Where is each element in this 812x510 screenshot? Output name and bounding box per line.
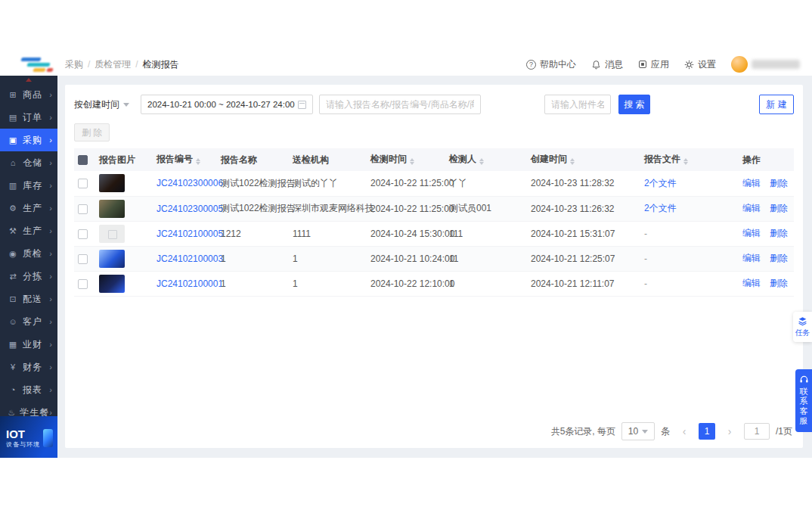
goods-icon: ⊞ [7,90,19,100]
production-icon: ⚙ [7,204,19,213]
test-time-cell: 2024-10-22 11:25:00 [367,171,445,196]
time-type-select[interactable]: 按创建时间 [74,98,141,111]
sidebar-item-goods[interactable]: ⊞ 商品 [0,83,57,106]
customer-service-label: 联系客服 [799,387,808,426]
page-size-select[interactable]: 10 [621,422,655,440]
report-name-cell: 测试1022检测报告 [217,196,289,221]
sidebar-item-production-2[interactable]: ⚒ 生产 [0,219,57,242]
col-tester: 检测人 [445,148,527,171]
edit-link[interactable]: 编辑 [742,203,761,213]
sidebar-item-qc[interactable]: ◉ 质检 [0,242,57,265]
report-name-cell: 1 [217,271,289,296]
sidebar-item-customers[interactable]: ☺ 客户 [0,310,57,333]
avatar [731,56,748,73]
keyword-input[interactable] [319,95,481,114]
row-checkbox[interactable] [78,229,88,239]
breadcrumb-qc-management[interactable]: 质检管理 [95,58,142,71]
breadcrumb-purchase[interactable]: 采购 [65,58,95,71]
report-no-link[interactable]: JC24102100005 [157,229,223,239]
sidebar-item-label: 生产 [23,202,49,215]
tester-cell: 111 [445,221,527,246]
report-thumbnail[interactable] [99,200,125,218]
attachment-input[interactable] [544,95,611,114]
created-cell: 2024-10-21 12:25:07 [527,246,640,271]
select-all-checkbox[interactable] [78,155,88,165]
report-thumbnail[interactable] [99,174,125,192]
delete-button[interactable]: 删 除 [74,123,110,141]
inventory-icon: ▥ [7,181,19,191]
edit-link[interactable]: 编辑 [742,228,761,238]
created-cell: 2024-10-21 12:11:07 [527,271,640,296]
create-button[interactable]: 新 建 [759,95,794,114]
sidebar-item-orders[interactable]: ▤ 订单 [0,106,57,129]
report-thumbnail[interactable] [99,275,125,293]
breadcrumb: 采购 质检管理 检测报告 [65,58,179,71]
row-checkbox[interactable] [78,179,88,188]
sidebar-item-label: 配送 [23,293,49,306]
date-range-input[interactable]: 2024-10-21 00:00 ~ 2024-10-27 24:00 [141,95,313,114]
top-bar: 采购 质检管理 检测报告 帮助中心 消息 应用 设置 [0,53,812,76]
table-row: JC24102100003 1 1 2024-10-21 10:24:00 11… [74,246,794,271]
prev-page-button[interactable] [676,423,693,440]
test-time-cell: 2024-10-22 12:10:00 [367,271,445,296]
org-cell: 1 [289,246,367,271]
report-no-link[interactable]: JC24102100001 [157,278,223,289]
sidebar-item-label: 仓储 [23,157,49,169]
report-thumbnail[interactable] [99,250,125,268]
sort-icon[interactable] [479,156,484,167]
report-no-link[interactable]: JC24102300005 [157,204,223,214]
sidebar-item-delivery[interactable]: ⊡ 配送 [0,288,57,310]
sidebar-item-sorting[interactable]: ⇄ 分拣 [0,265,57,288]
help-center-button[interactable]: 帮助中心 [526,58,576,71]
edit-link[interactable]: 编辑 [742,278,761,288]
edit-link[interactable]: 编辑 [742,178,761,188]
report-no-link[interactable]: JC24102300006 [157,178,223,188]
col-org: 送检机构 [289,148,367,171]
sort-icon[interactable] [683,156,688,167]
search-button[interactable]: 搜 索 [618,95,650,114]
app-window: 采购 质检管理 检测报告 帮助中心 消息 应用 设置 [0,53,812,458]
sort-icon[interactable] [570,156,575,167]
report-no-link[interactable]: JC24102100003 [157,253,223,264]
sidebar-item-warehouse[interactable]: ⌂ 仓储 [0,151,57,174]
row-checkbox[interactable] [78,279,88,289]
customer-service-button[interactable]: 联系客服 [795,369,812,432]
sort-icon[interactable] [410,156,414,167]
sort-icon[interactable] [196,156,200,167]
task-float-button[interactable]: 任务 [793,312,812,342]
col-files: 报告文件 [640,148,739,171]
settings-button[interactable]: 设置 [684,58,716,71]
page-1-button[interactable]: 1 [699,423,715,440]
sidebar-item-purchase[interactable]: ▣ 采购 [0,129,57,151]
sidebar-scroll-up-icon[interactable] [0,76,57,83]
delete-link[interactable]: 删除 [770,253,788,263]
sidebar-item-finance[interactable]: ¥ 财务 [0,356,57,378]
files-link[interactable]: 2个文件 [644,178,677,188]
next-page-button[interactable] [721,423,738,440]
pagination-unit: 条 [661,425,670,438]
time-type-value: 按创建时间 [74,98,119,111]
files-link[interactable]: 2个文件 [644,203,677,213]
gear-icon [684,60,694,70]
delete-link[interactable]: 删除 [770,228,788,238]
sidebar-item-production[interactable]: ⚙ 生产 [0,197,57,219]
edit-link[interactable]: 编辑 [742,253,761,263]
page-jump-input[interactable] [744,423,770,440]
messages-button[interactable]: 消息 [591,58,623,71]
sidebar: ⊞ 商品 ▤ 订单 ▣ 采购 ⌂ 仓储 ▥ 库存 ⚙ 生产 ⚒ 生产 ◉ 质检 [0,76,57,458]
row-checkbox[interactable] [78,254,88,264]
delete-link[interactable]: 删除 [770,178,788,188]
report-table: 报告图片 报告编号 报告名称 送检机构 检测时间 检测人 创建时间 报告文件 操… [74,148,794,297]
sidebar-item-reports[interactable]: ◔ 报表 [0,378,57,401]
apps-button[interactable]: 应用 [638,58,669,71]
col-test-time: 检测时间 [367,148,445,171]
sidebar-item-business-finance[interactable]: ▦ 业财 [0,333,57,356]
delete-link[interactable]: 删除 [770,278,788,288]
report-thumbnail-placeholder[interactable] [99,225,125,243]
sidebar-item-label: 库存 [23,179,49,192]
delete-link[interactable]: 删除 [770,203,788,213]
sidebar-item-inventory[interactable]: ▥ 库存 [0,174,57,197]
row-checkbox[interactable] [78,204,88,214]
user-menu[interactable] [731,56,800,73]
org-cell: 1 [289,271,367,296]
